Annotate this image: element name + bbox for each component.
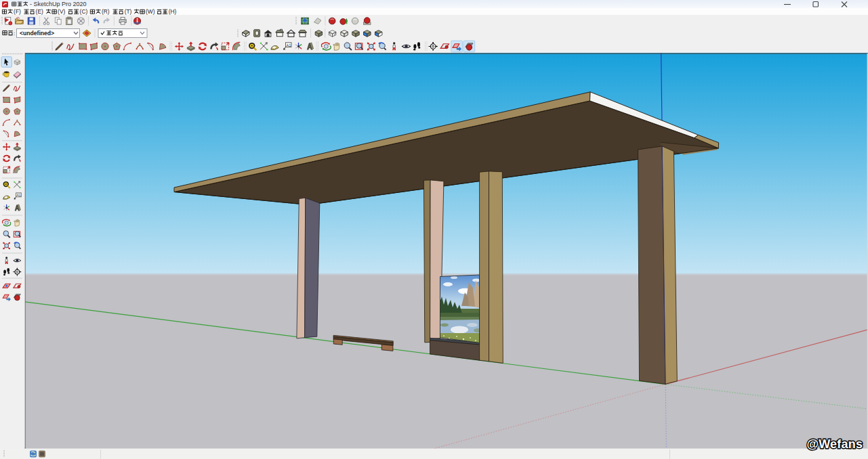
svg-text:<undefined>: <undefined> <box>20 30 54 37</box>
svg-text::: : <box>14 30 15 37</box>
svg-text:(H): (H) <box>169 8 177 15</box>
svg-text:(E): (E) <box>36 8 43 15</box>
svg-text:(C): (C) <box>80 8 88 15</box>
svg-text:(T): (T) <box>125 8 132 15</box>
svg-text:- SketchUp Pro 2020: - SketchUp Pro 2020 <box>30 1 87 7</box>
svg-text:(V): (V) <box>58 8 65 15</box>
svg-text:(R): (R) <box>102 8 110 15</box>
svg-text:(W): (W) <box>146 8 155 15</box>
svg-text:(F): (F) <box>14 8 21 15</box>
